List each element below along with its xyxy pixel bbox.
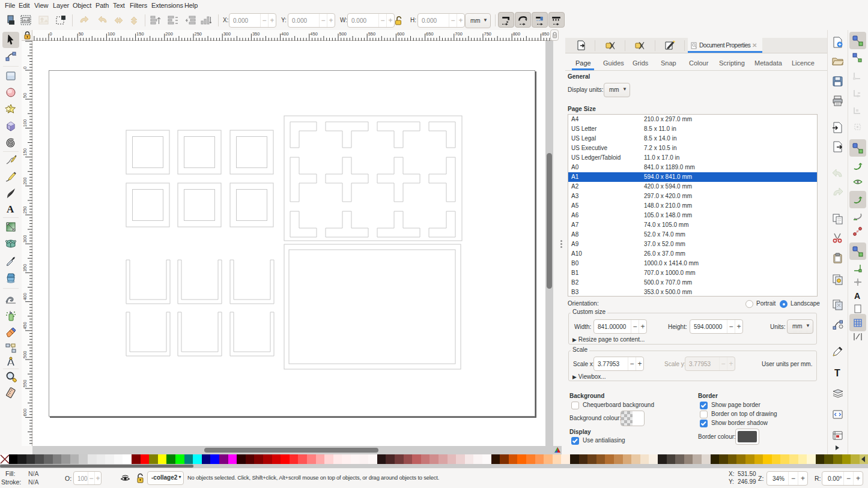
svg-text:400: 400	[281, 31, 289, 37]
svg-text:100: 100	[22, 119, 28, 127]
svg-text:800: 800	[513, 31, 521, 37]
svg-text:T: T	[834, 368, 840, 378]
svg-text:50: 50	[79, 31, 83, 37]
svg-text:400: 400	[22, 293, 28, 301]
svg-text:200: 200	[22, 177, 28, 185]
svg-text:500: 500	[22, 351, 28, 358]
svg-text:550: 550	[368, 31, 376, 37]
svg-text:650: 650	[426, 31, 434, 37]
svg-text:600: 600	[22, 409, 28, 417]
svg-text:300: 300	[22, 235, 28, 243]
svg-text:750: 750	[484, 31, 492, 37]
svg-text:700: 700	[455, 31, 463, 37]
svg-text:200: 200	[165, 31, 173, 37]
svg-text:0: 0	[50, 31, 52, 37]
svg-text:850: 850	[542, 31, 550, 37]
svg-text:500: 500	[339, 31, 347, 37]
svg-text:100: 100	[108, 31, 115, 37]
svg-text:50: 50	[22, 93, 28, 98]
svg-text:150: 150	[22, 148, 28, 156]
svg-text:A: A	[854, 291, 860, 301]
svg-text:250: 250	[22, 206, 28, 214]
svg-text:550: 550	[22, 380, 28, 388]
svg-text:300: 300	[223, 31, 231, 37]
svg-text:250: 250	[195, 31, 202, 37]
svg-text:450: 450	[22, 322, 28, 330]
svg-text:150: 150	[136, 31, 144, 37]
svg-text:350: 350	[22, 264, 28, 272]
svg-text:600: 600	[397, 31, 405, 37]
svg-text:A: A	[7, 203, 14, 215]
svg-text:350: 350	[252, 31, 260, 37]
svg-text:0: 0	[22, 67, 28, 69]
svg-text:450: 450	[310, 31, 318, 37]
